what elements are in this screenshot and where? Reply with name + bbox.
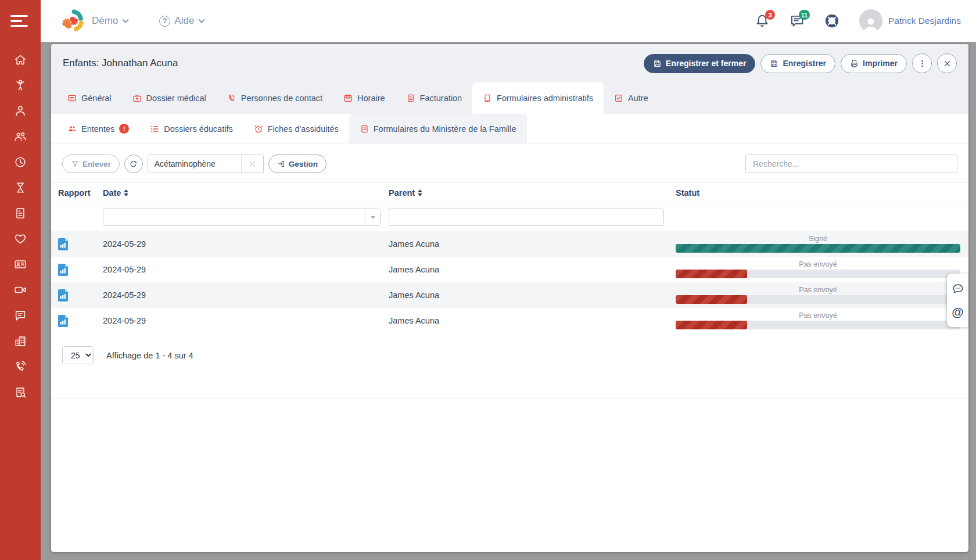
refresh-icon (129, 160, 138, 168)
main-tabs: Général Dossier médical Personnes de con… (51, 82, 968, 114)
subtab-fiches-assiduites[interactable]: Fiches d'assiduités (243, 114, 349, 143)
grid-bottom-divider (51, 398, 968, 399)
subtab-formulaires-ministere[interactable]: Formulaires du Ministère de la Famille (349, 114, 527, 143)
quick-actions-panel: @ (947, 274, 968, 327)
report-file-icon[interactable] (58, 264, 68, 276)
people-icon (14, 130, 27, 143)
status-label: Pas envoyé (676, 312, 960, 320)
home-icon (14, 53, 27, 66)
tab-personnes-de-contact[interactable]: Personnes de contact (217, 82, 333, 114)
sort-icon (124, 189, 128, 196)
sidebar-item-cameras[interactable] (13, 283, 28, 296)
page-size-select[interactable]: 25 (62, 346, 94, 364)
printer-icon (850, 59, 859, 68)
chevron-down-icon (122, 19, 129, 23)
workspace-menu[interactable]: Démo (92, 15, 129, 27)
save-and-close-button[interactable]: Enregistrer et fermer (644, 54, 756, 73)
cell-date: 2024-05-29 (101, 316, 386, 325)
child-icon (14, 79, 27, 92)
parent-filter-input[interactable] (389, 209, 664, 226)
support-button[interactable] (824, 13, 839, 28)
help-menu[interactable]: ? Aide (159, 15, 205, 27)
report-file-icon[interactable] (58, 315, 68, 327)
subtab-dossiers-educatifs[interactable]: Dossiers éducatifs (139, 114, 243, 143)
print-button[interactable]: Imprimer (841, 54, 907, 73)
list-icon (150, 124, 159, 134)
column-header-parent[interactable]: Parent (386, 188, 670, 198)
sidebar-item-waitlist[interactable] (13, 181, 28, 194)
column-header-statut: Statut (670, 188, 968, 198)
date-filter (103, 209, 381, 226)
menu-toggle-button[interactable] (0, 0, 41, 42)
table-row[interactable]: 2024-05-29 James Acuna Pas envoyé (51, 308, 968, 333)
sidebar-item-billing[interactable] (13, 207, 28, 220)
date-filter-dropdown-button[interactable] (365, 209, 380, 225)
manage-button[interactable]: Gestion (268, 155, 326, 173)
invoice-icon (14, 207, 27, 220)
sidebar-item-messages[interactable] (13, 309, 28, 322)
cell-date: 2024-05-29 (101, 290, 386, 300)
user-menu[interactable]: Patrick Desjardins (859, 9, 961, 33)
help-label: Aide (174, 15, 194, 27)
close-button[interactable] (937, 53, 957, 73)
remove-filter-button[interactable]: Enlever (62, 155, 120, 173)
email-button[interactable]: @ (947, 300, 968, 324)
topbar: Démo ? Aide 3 11 Patrick Desjardins (41, 0, 976, 42)
alarm-clock-icon (254, 124, 263, 134)
cell-parent: James Acuna (386, 265, 670, 274)
sidebar-item-home[interactable] (13, 53, 28, 66)
column-header-date[interactable]: Date (101, 188, 386, 198)
phone-icon (14, 360, 27, 373)
chevron-down-icon (198, 19, 205, 23)
status-progress-bar (676, 295, 960, 304)
checkbox-check-icon (614, 94, 623, 103)
refresh-button[interactable] (124, 155, 143, 173)
child-record-window: Enfants: Johnathan Acuna Enregistrer et … (51, 44, 968, 552)
tab-dossier-medical[interactable]: Dossier médical (122, 82, 217, 114)
clear-filter-button[interactable] (241, 155, 263, 173)
sidebar-item-adults[interactable] (13, 105, 28, 117)
filter-value-input[interactable] (148, 155, 241, 173)
status-progress-bar (676, 321, 960, 329)
search-input[interactable] (745, 155, 957, 173)
more-options-button[interactable] (912, 53, 932, 73)
sidebar-item-health[interactable] (13, 232, 28, 245)
tab-autre[interactable]: Autre (604, 82, 659, 114)
tab-formulaires-administratifs[interactable]: Formulaires administratifs (472, 82, 604, 114)
sidebar-item-reports[interactable] (13, 386, 28, 399)
sidebar-item-contacts[interactable] (13, 258, 28, 271)
report-file-icon[interactable] (58, 238, 68, 250)
people-icon (67, 124, 77, 134)
forms-table: Rapport Date Parent Statut 2024-05-2 (51, 182, 968, 333)
user-name: Patrick Desjardins (888, 16, 961, 26)
notifications-button[interactable]: 3 (755, 13, 770, 28)
tab-horaire[interactable]: Horaire (333, 82, 396, 114)
sidebar-item-organization[interactable] (13, 335, 28, 347)
report-file-icon[interactable] (58, 289, 68, 301)
feedback-chat-button[interactable] (947, 277, 968, 300)
page-title: Enfants: Johnathan Acuna (63, 58, 178, 69)
sidebar (0, 0, 41, 560)
app-logo[interactable] (60, 9, 84, 33)
sidebar-item-groups[interactable] (13, 130, 28, 143)
cell-status: Pas envoyé (670, 312, 968, 330)
sidebar-item-calls[interactable] (13, 360, 28, 373)
status-progress-bar (676, 244, 960, 253)
report-search-icon (14, 386, 27, 399)
grid-toolbar: Enlever Gestion (51, 144, 968, 181)
lifebuoy-icon (824, 13, 839, 28)
table-row[interactable]: 2024-05-29 James Acuna Pas envoyé (51, 257, 968, 282)
sidebar-item-schedule[interactable] (13, 156, 28, 168)
table-row[interactable]: 2024-05-29 James Acuna Pas envoyé (51, 282, 968, 308)
subtab-ententes[interactable]: Ententes ! (57, 114, 139, 143)
table-row[interactable]: 2024-05-29 James Acuna Signé (51, 231, 968, 257)
date-filter-input[interactable] (103, 209, 365, 225)
tab-facturation[interactable]: Facturation (396, 82, 473, 114)
sidebar-item-children[interactable] (13, 79, 28, 92)
save-button[interactable]: Enregistrer (760, 54, 835, 73)
chat-icon (14, 309, 27, 322)
tab-general[interactable]: Général (57, 82, 122, 114)
cell-status: Signé (670, 235, 968, 253)
close-icon (943, 59, 952, 68)
messages-button[interactable]: 11 (790, 13, 805, 28)
